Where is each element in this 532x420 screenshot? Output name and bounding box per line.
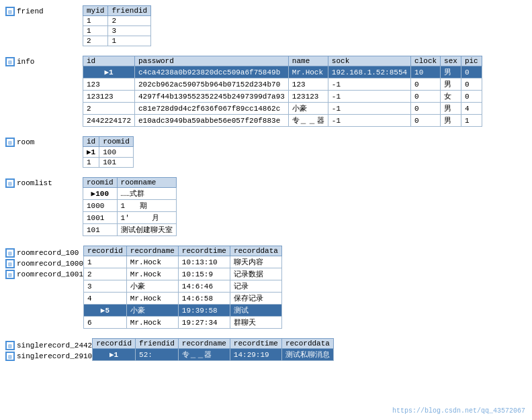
cell: 男 xyxy=(441,66,461,78)
table-row[interactable]: ▶1 52: 专＿＿器 14:29:19 测试私聊消息 xyxy=(93,349,334,361)
cell: 4297f44b139552352245b2497399d7a93 xyxy=(135,91,289,103)
watermark: https://blog.csdn.net/qq_43572067 xyxy=(392,407,525,415)
cell: 0 xyxy=(461,91,482,103)
rr-col-recorddata: recorddata xyxy=(230,246,281,256)
cell: 10:15:9 xyxy=(178,268,230,280)
cell: -1 xyxy=(328,91,410,103)
cell: -1 xyxy=(328,103,410,115)
cell: c81e728d9d4c2f636f067f89cc14862c xyxy=(135,103,289,115)
cell: 10 xyxy=(411,66,441,78)
cell: 保存记录 xyxy=(230,293,281,305)
table-row[interactable]: 1001 1' 月 xyxy=(83,212,177,224)
table-row[interactable]: 123123 4297f44b139552352245b2497399d7a93… xyxy=(83,91,482,103)
roomlist-col-roomname: roomname xyxy=(117,178,176,188)
cell: 记录数据 xyxy=(230,268,281,280)
cell: 123 xyxy=(288,78,328,91)
info-col-pic: pic xyxy=(461,56,482,66)
table-row[interactable]: 123 202cb962ac59075b964b07152d234b70 123… xyxy=(83,78,482,91)
room-table: id roomid ▶1 100 1 101 xyxy=(83,136,134,168)
cell: 0 xyxy=(461,78,482,91)
rr-col-recordtime: recordtime xyxy=(178,246,230,256)
row-indicator: ▶100 xyxy=(83,188,118,200)
cell: 192.168.1.52:8554 xyxy=(328,66,410,78)
cell: 52: xyxy=(136,349,179,361)
cell: Mr.Hock xyxy=(126,293,178,305)
room-label-text: room xyxy=(17,138,34,146)
sr-col-recorddata: recorddata xyxy=(281,339,333,349)
table-row[interactable]: ▶5 小豪 19:39:58 测试 xyxy=(84,305,282,317)
cell: 测试 xyxy=(230,305,281,317)
singlerecord2442-label-text: singlerecord_2442 xyxy=(17,342,92,350)
roomrecord1001-icon: ▤ xyxy=(5,270,15,279)
table-row[interactable]: 2 c81e728d9d4c2f636f067f89cc14862c 小豪 -1… xyxy=(83,103,482,115)
cell: 测试私聊消息 xyxy=(281,349,333,361)
table-row[interactable]: 1 101 xyxy=(83,158,134,168)
cell: 1 xyxy=(83,16,108,26)
cell: 1' 月 xyxy=(117,212,176,224)
table-row[interactable]: 2 Mr.Hock 10:15:9 记录数据 xyxy=(84,268,282,280)
cell: -1 xyxy=(328,78,410,91)
info-col-sex: sex xyxy=(441,56,461,66)
roomrecord100-label-text: roomrecord_100 xyxy=(17,249,79,257)
cell: 3 xyxy=(108,26,151,36)
info-col-name: name xyxy=(288,56,328,66)
table-row[interactable]: 2442224172 e10adc3949ba59abbe56e057f20f8… xyxy=(83,115,482,127)
cell: 19:27:34 xyxy=(178,317,230,329)
cell: Mr.Hock xyxy=(126,317,178,329)
cell: 14:6:46 xyxy=(178,280,230,293)
cell: 2 xyxy=(108,16,151,26)
room-section: ▤ room id roomid ▶1 100 1 101 xyxy=(5,136,527,168)
cell: 10:13:10 xyxy=(178,256,230,268)
roomlist-label-text: roomlist xyxy=(17,179,52,187)
row-indicator: ▶1 xyxy=(93,349,136,361)
singlerecord-2910-label: ▤ singlerecord_2910 xyxy=(5,352,92,361)
row-indicator: ▶1 xyxy=(83,147,99,158)
roomrecord-table: recordid recordname recordtime recorddat… xyxy=(83,246,282,329)
table-row[interactable]: 1 2 xyxy=(83,16,151,26)
roomrecord1001-label-text: roomrecord_1001 xyxy=(17,270,83,278)
table-row[interactable]: 101 测试创建聊天室 xyxy=(83,224,177,236)
table-row[interactable]: 1000 1 期 xyxy=(83,200,177,212)
cell: 101 xyxy=(99,158,134,168)
table-row[interactable]: ▶1 100 xyxy=(83,147,134,158)
cell: 聊天内容 xyxy=(230,256,281,268)
cell: 2 xyxy=(84,268,127,280)
friend-table: myid friendid 1 2 1 3 2 1 xyxy=(83,5,151,46)
info-col-clock: clock xyxy=(411,56,441,66)
cell: 1 xyxy=(83,158,99,168)
cell: 19:39:58 xyxy=(178,305,230,317)
cell: 0 xyxy=(411,103,441,115)
cell: 14:6:58 xyxy=(178,293,230,305)
row-indicator: ▶1 xyxy=(83,66,135,78)
room-col-id: id xyxy=(83,137,99,147)
cell: 测试创建聊天室 xyxy=(117,224,176,236)
cell: 123123 xyxy=(288,91,328,103)
cell: 123123 xyxy=(83,91,135,103)
cell: 1001 xyxy=(83,212,118,224)
rr-col-recordid: recordid xyxy=(84,246,127,256)
cell: 101 xyxy=(83,224,118,236)
info-icon: ▤ xyxy=(5,57,15,66)
cell: Mr.Hock xyxy=(288,66,328,78)
cell: 100 xyxy=(99,147,134,158)
singlerecord2910-icon: ▤ xyxy=(5,352,15,361)
table-row[interactable]: ▶100 ……式群 xyxy=(83,188,177,200)
room-col-roomid: roomid xyxy=(99,137,134,147)
info-section: ▤ info id password name sock clock sex p… xyxy=(5,56,527,127)
cell: 小豪 xyxy=(288,103,328,115)
singlerecord-table: recordid friendid recordname recordtime … xyxy=(92,338,334,361)
room-icon: ▤ xyxy=(5,138,15,147)
table-row[interactable]: 1 Mr.Hock 10:13:10 聊天内容 xyxy=(84,256,282,268)
rr-col-recordname: recordname xyxy=(126,246,178,256)
table-row[interactable]: 2 1 xyxy=(83,36,151,46)
cell: 1 xyxy=(83,26,108,36)
cell: 1 期 xyxy=(117,200,176,212)
table-row[interactable]: 3 小豪 14:6:46 记录 xyxy=(84,280,282,293)
table-row[interactable]: 6 Mr.Hock 19:27:34 群聊天 xyxy=(84,317,282,329)
table-row[interactable]: 4 Mr.Hock 14:6:58 保存记录 xyxy=(84,293,282,305)
table-row[interactable]: 1 3 xyxy=(83,26,151,36)
info-col-password: password xyxy=(135,56,289,66)
friend-label: ▤ friend xyxy=(5,5,83,16)
roomrecord-label: ▤ roomrecord_100 ▤ roomrecord_1000 ▤ roo… xyxy=(5,246,83,279)
table-row[interactable]: ▶1 c4ca4238a0b923820dcc509a6f75849b Mr.H… xyxy=(83,66,482,78)
